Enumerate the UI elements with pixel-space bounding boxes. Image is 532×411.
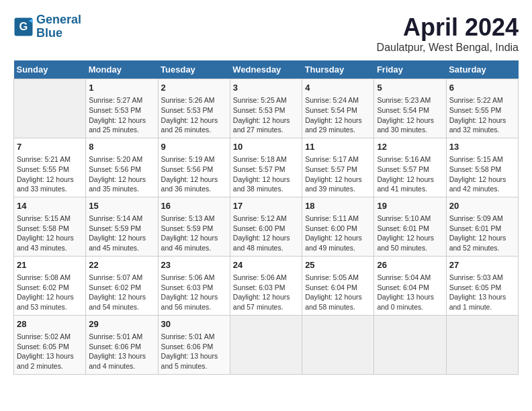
day-info: Sunrise: 5:05 AM Sunset: 6:04 PM Dayligh… bbox=[305, 273, 371, 312]
col-header-friday: Friday bbox=[374, 60, 446, 79]
calendar-cell: 18Sunrise: 5:11 AM Sunset: 6:00 PM Dayli… bbox=[302, 197, 374, 256]
day-number: 1 bbox=[89, 82, 154, 94]
calendar-cell bbox=[14, 79, 86, 138]
day-info: Sunrise: 5:19 AM Sunset: 5:56 PM Dayligh… bbox=[161, 154, 227, 194]
day-number: 5 bbox=[377, 82, 443, 94]
day-info: Sunrise: 5:15 AM Sunset: 5:58 PM Dayligh… bbox=[17, 214, 83, 253]
logo-icon: G bbox=[13, 17, 34, 37]
calendar-cell bbox=[302, 315, 374, 374]
day-number: 11 bbox=[305, 141, 371, 153]
calendar-table: SundayMondayTuesdayWednesdayThursdayFrid… bbox=[13, 60, 519, 375]
logo: G General Blue bbox=[13, 13, 81, 40]
calendar-cell: 30Sunrise: 5:01 AM Sunset: 6:06 PM Dayli… bbox=[158, 315, 230, 374]
day-number: 23 bbox=[161, 259, 227, 271]
day-info: Sunrise: 5:27 AM Sunset: 5:53 PM Dayligh… bbox=[89, 95, 154, 135]
day-info: Sunrise: 5:21 AM Sunset: 5:55 PM Dayligh… bbox=[17, 154, 83, 194]
calendar-cell: 21Sunrise: 5:08 AM Sunset: 6:02 PM Dayli… bbox=[14, 256, 86, 315]
calendar-cell: 25Sunrise: 5:05 AM Sunset: 6:04 PM Dayli… bbox=[302, 256, 374, 315]
day-info: Sunrise: 5:08 AM Sunset: 6:02 PM Dayligh… bbox=[17, 273, 83, 312]
day-info: Sunrise: 5:25 AM Sunset: 5:53 PM Dayligh… bbox=[233, 95, 299, 135]
day-number: 8 bbox=[89, 141, 154, 153]
day-info: Sunrise: 5:09 AM Sunset: 6:01 PM Dayligh… bbox=[449, 214, 515, 253]
day-info: Sunrise: 5:06 AM Sunset: 6:03 PM Dayligh… bbox=[161, 273, 227, 312]
day-info: Sunrise: 5:14 AM Sunset: 5:59 PM Dayligh… bbox=[89, 214, 154, 253]
day-info: Sunrise: 5:16 AM Sunset: 5:57 PM Dayligh… bbox=[377, 154, 443, 194]
col-header-thursday: Thursday bbox=[302, 60, 374, 79]
calendar-row-3: 21Sunrise: 5:08 AM Sunset: 6:02 PM Dayli… bbox=[14, 256, 519, 315]
col-header-wednesday: Wednesday bbox=[230, 60, 302, 79]
svg-text:G: G bbox=[19, 19, 28, 32]
logo-text: General Blue bbox=[36, 13, 81, 40]
day-number: 21 bbox=[17, 259, 83, 271]
day-info: Sunrise: 5:18 AM Sunset: 5:57 PM Dayligh… bbox=[233, 154, 299, 194]
calendar-row-4: 28Sunrise: 5:02 AM Sunset: 6:05 PM Dayli… bbox=[14, 315, 519, 374]
day-number: 15 bbox=[89, 200, 154, 212]
calendar-cell: 12Sunrise: 5:16 AM Sunset: 5:57 PM Dayli… bbox=[374, 138, 446, 197]
calendar-cell: 15Sunrise: 5:14 AM Sunset: 5:59 PM Dayli… bbox=[86, 197, 158, 256]
calendar-cell: 28Sunrise: 5:02 AM Sunset: 6:05 PM Dayli… bbox=[14, 315, 86, 374]
calendar-cell: 13Sunrise: 5:15 AM Sunset: 5:58 PM Dayli… bbox=[446, 138, 518, 197]
calendar-cell: 23Sunrise: 5:06 AM Sunset: 6:03 PM Dayli… bbox=[158, 256, 230, 315]
calendar-cell: 14Sunrise: 5:15 AM Sunset: 5:58 PM Dayli… bbox=[14, 197, 86, 256]
day-info: Sunrise: 5:01 AM Sunset: 6:06 PM Dayligh… bbox=[89, 332, 154, 371]
col-header-tuesday: Tuesday bbox=[158, 60, 230, 79]
day-number: 28 bbox=[17, 318, 83, 330]
title-block: April 2024 Daulatpur, West Bengal, India bbox=[377, 13, 519, 54]
calendar-cell bbox=[230, 315, 302, 374]
day-number: 24 bbox=[233, 259, 299, 271]
calendar-cell: 6Sunrise: 5:22 AM Sunset: 5:55 PM Daylig… bbox=[446, 79, 518, 138]
day-number: 19 bbox=[377, 200, 443, 212]
day-number: 27 bbox=[449, 259, 515, 271]
day-number: 9 bbox=[161, 141, 227, 153]
calendar-cell: 19Sunrise: 5:10 AM Sunset: 6:01 PM Dayli… bbox=[374, 197, 446, 256]
calendar-cell: 22Sunrise: 5:07 AM Sunset: 6:02 PM Dayli… bbox=[86, 256, 158, 315]
day-number: 4 bbox=[305, 82, 371, 94]
day-info: Sunrise: 5:23 AM Sunset: 5:54 PM Dayligh… bbox=[377, 95, 443, 135]
day-info: Sunrise: 5:12 AM Sunset: 6:00 PM Dayligh… bbox=[233, 214, 299, 253]
day-info: Sunrise: 5:02 AM Sunset: 6:05 PM Dayligh… bbox=[17, 332, 83, 371]
day-number: 22 bbox=[89, 259, 154, 271]
calendar-cell: 27Sunrise: 5:03 AM Sunset: 6:05 PM Dayli… bbox=[446, 256, 518, 315]
day-info: Sunrise: 5:03 AM Sunset: 6:05 PM Dayligh… bbox=[449, 273, 515, 312]
page-header: G General Blue April 2024 Daulatpur, Wes… bbox=[13, 13, 519, 54]
day-info: Sunrise: 5:17 AM Sunset: 5:57 PM Dayligh… bbox=[305, 154, 371, 194]
day-number: 29 bbox=[89, 318, 154, 330]
day-info: Sunrise: 5:07 AM Sunset: 6:02 PM Dayligh… bbox=[89, 273, 154, 312]
col-header-sunday: Sunday bbox=[14, 60, 86, 79]
calendar-cell: 2Sunrise: 5:26 AM Sunset: 5:53 PM Daylig… bbox=[158, 79, 230, 138]
day-info: Sunrise: 5:20 AM Sunset: 5:56 PM Dayligh… bbox=[89, 154, 154, 194]
day-info: Sunrise: 5:10 AM Sunset: 6:01 PM Dayligh… bbox=[377, 214, 443, 253]
calendar-cell: 11Sunrise: 5:17 AM Sunset: 5:57 PM Dayli… bbox=[302, 138, 374, 197]
day-info: Sunrise: 5:01 AM Sunset: 6:06 PM Dayligh… bbox=[161, 332, 227, 371]
calendar-cell bbox=[446, 315, 518, 374]
day-info: Sunrise: 5:22 AM Sunset: 5:55 PM Dayligh… bbox=[449, 95, 515, 135]
calendar-cell: 26Sunrise: 5:04 AM Sunset: 6:04 PM Dayli… bbox=[374, 256, 446, 315]
calendar-cell: 5Sunrise: 5:23 AM Sunset: 5:54 PM Daylig… bbox=[374, 79, 446, 138]
day-info: Sunrise: 5:26 AM Sunset: 5:53 PM Dayligh… bbox=[161, 95, 227, 135]
day-number: 12 bbox=[377, 141, 443, 153]
calendar-cell: 9Sunrise: 5:19 AM Sunset: 5:56 PM Daylig… bbox=[158, 138, 230, 197]
calendar-row-2: 14Sunrise: 5:15 AM Sunset: 5:58 PM Dayli… bbox=[14, 197, 519, 256]
calendar-row-0: 1Sunrise: 5:27 AM Sunset: 5:53 PM Daylig… bbox=[14, 79, 519, 138]
day-number: 6 bbox=[449, 82, 515, 94]
day-number: 13 bbox=[449, 141, 515, 153]
day-number: 10 bbox=[233, 141, 299, 153]
calendar-cell: 1Sunrise: 5:27 AM Sunset: 5:53 PM Daylig… bbox=[86, 79, 158, 138]
day-info: Sunrise: 5:13 AM Sunset: 5:59 PM Dayligh… bbox=[161, 214, 227, 253]
calendar-cell: 20Sunrise: 5:09 AM Sunset: 6:01 PM Dayli… bbox=[446, 197, 518, 256]
col-header-saturday: Saturday bbox=[446, 60, 518, 79]
calendar-cell: 10Sunrise: 5:18 AM Sunset: 5:57 PM Dayli… bbox=[230, 138, 302, 197]
day-info: Sunrise: 5:15 AM Sunset: 5:58 PM Dayligh… bbox=[449, 154, 515, 194]
calendar-row-1: 7Sunrise: 5:21 AM Sunset: 5:55 PM Daylig… bbox=[14, 138, 519, 197]
calendar-cell: 17Sunrise: 5:12 AM Sunset: 6:00 PM Dayli… bbox=[230, 197, 302, 256]
day-number: 26 bbox=[377, 259, 443, 271]
calendar-cell: 4Sunrise: 5:24 AM Sunset: 5:54 PM Daylig… bbox=[302, 79, 374, 138]
calendar-cell: 7Sunrise: 5:21 AM Sunset: 5:55 PM Daylig… bbox=[14, 138, 86, 197]
day-info: Sunrise: 5:06 AM Sunset: 6:03 PM Dayligh… bbox=[233, 273, 299, 312]
day-number: 25 bbox=[305, 259, 371, 271]
day-info: Sunrise: 5:11 AM Sunset: 6:00 PM Dayligh… bbox=[305, 214, 371, 253]
calendar-header-row: SundayMondayTuesdayWednesdayThursdayFrid… bbox=[14, 60, 519, 79]
calendar-cell: 16Sunrise: 5:13 AM Sunset: 5:59 PM Dayli… bbox=[158, 197, 230, 256]
day-number: 3 bbox=[233, 82, 299, 94]
day-number: 7 bbox=[17, 141, 83, 153]
